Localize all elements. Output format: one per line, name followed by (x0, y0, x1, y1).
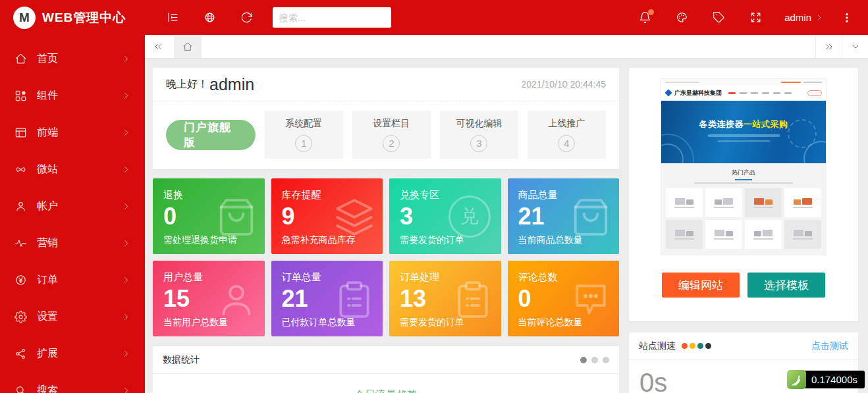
sidebar-item-label: 微站 (37, 163, 122, 176)
brand-logo: M (13, 7, 36, 29)
data-statistics-header: 数据统计 (153, 346, 619, 374)
sidebar-item-home[interactable]: 首页 (0, 40, 145, 77)
preview-search-pill (807, 90, 822, 96)
fullscreen-icon (749, 11, 762, 24)
thinkphp-leaf-icon (787, 370, 806, 389)
refresh-icon (240, 11, 253, 24)
edit-site-button[interactable]: 编辑网站 (662, 273, 740, 298)
sidebar-item-label: 营销 (37, 236, 122, 250)
stat-card[interactable]: 退换 0 需处理退换货申请 (153, 178, 265, 254)
sidebar-item-search[interactable]: 搜索 (0, 372, 145, 393)
preview-section-title: 热门产品 (666, 169, 821, 177)
sidebar-item-microsite[interactable]: 微站 (0, 151, 145, 188)
search-input[interactable] (273, 7, 391, 28)
pulse-icon (14, 237, 27, 249)
step-label: 系统配置 (285, 118, 322, 130)
sidebar-item-label: 设置 (37, 310, 122, 324)
choose-template-button[interactable]: 选择模板 (747, 273, 825, 298)
step-card-visual-edit[interactable]: 可视化编辑 3 (440, 111, 518, 159)
step-number: 1 (295, 135, 312, 152)
chevron-right-icon (122, 92, 130, 100)
sidebar-item-components[interactable]: 组件 (0, 77, 145, 114)
step-card-columns[interactable]: 设置栏目 2 (352, 111, 431, 159)
tabs-scroll-left-button[interactable] (145, 35, 171, 58)
stat-card[interactable]: 用户总量 15 当前用户总数量 (153, 261, 265, 336)
main-content: 晚上好！ admin 2021/10/10 20:44:45 门户旗舰版 系统配… (145, 59, 868, 393)
user-menu[interactable]: admin (774, 0, 834, 35)
site-speed-header: 站点测速 点击测试 (629, 332, 858, 360)
step-card-go-live[interactable]: 上线推广 4 (528, 111, 606, 159)
speed-dot (690, 343, 695, 349)
username: admin (784, 12, 811, 23)
preview-product-grid (666, 188, 821, 249)
notifications-button[interactable] (626, 0, 663, 35)
panel-title: 站点测速 (639, 340, 676, 352)
step-number: 2 (383, 135, 400, 152)
carousel-dot[interactable] (603, 357, 609, 363)
step-card-system-config[interactable]: 系统配置 1 (265, 111, 343, 159)
kebab-icon (841, 12, 853, 24)
tags-button[interactable] (700, 0, 737, 35)
refresh-button[interactable] (228, 0, 265, 35)
clipboard-icon (452, 279, 493, 320)
globe-icon (203, 11, 216, 24)
greeting-text: 晚上好！ (166, 78, 208, 92)
chevron-right-icon (815, 14, 823, 22)
sidebar-item-label: 前端 (37, 126, 122, 140)
site-action-buttons: 编辑网站 选择模板 (629, 273, 858, 298)
stat-card[interactable]: 订单总量 21 已付款订单总数量 (271, 261, 383, 336)
speed-status-dots (682, 343, 711, 349)
infinity-icon (14, 163, 27, 176)
chart-title: 今日流量趋势 (153, 374, 619, 393)
more-menu-button[interactable] (834, 0, 860, 35)
shopping-bag-icon (570, 197, 611, 238)
collapse-sidebar-button[interactable] (154, 0, 191, 35)
stat-card[interactable]: 库存提醒 9 急需补充商品库存 (271, 178, 383, 254)
sidebar-item-marketing[interactable]: 营销 (0, 224, 145, 261)
tabs-scroll-right-button[interactable] (815, 35, 842, 58)
greeting-username: admin (209, 75, 254, 94)
version-badge[interactable]: 门户旗舰版 (166, 120, 256, 150)
chevrons-left-icon (153, 41, 163, 52)
left-column: 晚上好！ admin 2021/10/10 20:44:45 门户旗舰版 系统配… (153, 68, 619, 393)
preview-topbar (661, 79, 826, 85)
carousel-dot[interactable] (591, 357, 598, 363)
sidebar: M WEB管理中心 首页 组件 前端 微站 (0, 0, 145, 393)
carousel-dot[interactable] (580, 357, 587, 363)
preview-section-caption-placeholder (694, 182, 793, 184)
chevron-right-icon (122, 313, 130, 321)
sidebar-item-account[interactable]: 帐户 (0, 188, 145, 224)
search-icon (14, 384, 27, 393)
brand-title: WEB管理中心 (42, 9, 126, 26)
chevron-down-icon (850, 41, 861, 52)
stat-card[interactable]: 商品总量 21 当前商品总数量 (508, 178, 620, 254)
sidebar-item-settings[interactable]: 设置 (0, 298, 145, 335)
yen-circle-icon (14, 274, 27, 286)
preview-section-underline (735, 179, 752, 180)
theme-button[interactable] (663, 0, 700, 35)
stat-card[interactable]: 兑换专区 3 需要发货的订单 兑 (389, 178, 501, 254)
sidebar-item-label: 扩展 (37, 347, 122, 361)
step-label: 可视化编辑 (456, 118, 502, 130)
user-icon (216, 279, 257, 320)
preview-banner: 各类连接器一站式采购 (661, 101, 826, 163)
tab-home[interactable] (174, 35, 202, 58)
sidebar-item-extensions[interactable]: 扩展 (0, 335, 145, 372)
clipboard-icon (334, 279, 375, 320)
data-statistics-panel: 数据统计 今日流量趋势 (153, 346, 619, 393)
fullscreen-button[interactable] (737, 0, 774, 35)
stat-card[interactable]: 订单处理 13 需要发货的订单 (389, 261, 501, 336)
site-preview-thumbnail[interactable]: 广东显赫科技集团 各类连接器一站式采购 (661, 79, 826, 255)
header-right-icons: admin (626, 0, 868, 35)
brand[interactable]: M WEB管理中心 (0, 0, 145, 35)
tabs-menu-button[interactable] (842, 35, 868, 58)
sidebar-item-orders[interactable]: 订单 (0, 261, 145, 298)
chevron-right-icon (122, 55, 130, 63)
user-icon (14, 200, 27, 213)
welcome-card: 晚上好！ admin 2021/10/10 20:44:45 门户旗舰版 系统配… (153, 68, 619, 169)
run-speed-test-link[interactable]: 点击测试 (811, 340, 848, 352)
language-button[interactable] (191, 0, 228, 35)
stat-card[interactable]: 评论总数 0 当前评论总数量 (508, 261, 620, 336)
sidebar-item-frontend[interactable]: 前端 (0, 114, 145, 151)
speed-dot (682, 343, 688, 349)
